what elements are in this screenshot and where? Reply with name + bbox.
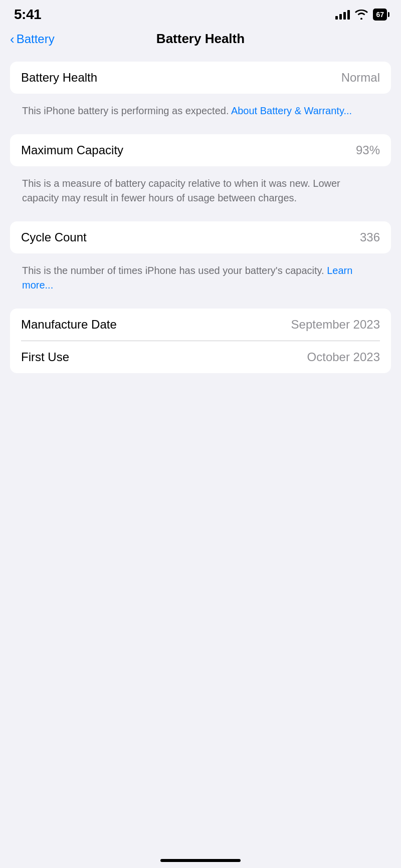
first-use-value: October 2023 xyxy=(307,350,380,364)
maximum-capacity-value: 93% xyxy=(356,143,380,157)
nav-bar: ‹ Battery Battery Health xyxy=(0,27,401,57)
battery-health-value: Normal xyxy=(341,71,380,85)
page-title: Battery Health xyxy=(156,31,245,47)
battery-warranty-link[interactable]: About Battery & Warranty... xyxy=(231,105,352,116)
status-icons: 67 xyxy=(335,9,387,21)
back-label: Battery xyxy=(17,32,55,46)
manufacture-date-row: Manufacture Date September 2023 xyxy=(10,309,391,341)
wifi-icon xyxy=(355,10,368,20)
battery-health-row: Battery Health Normal xyxy=(10,62,391,94)
cycle-count-value: 336 xyxy=(360,230,380,244)
manufacture-date-label: Manufacture Date xyxy=(21,318,117,332)
first-use-row: First Use October 2023 xyxy=(10,341,391,373)
cycle-count-description: This is the number of times iPhone has u… xyxy=(10,258,391,302)
maximum-capacity-section: Maximum Capacity 93% This is a measure o… xyxy=(10,134,391,214)
battery-health-description: This iPhone battery is performing as exp… xyxy=(10,99,391,127)
back-button[interactable]: ‹ Battery xyxy=(10,32,55,46)
status-bar: 5:41 67 xyxy=(0,0,401,27)
maximum-capacity-label: Maximum Capacity xyxy=(21,143,123,157)
dates-section: Manufacture Date September 2023 First Us… xyxy=(10,309,391,373)
cycle-count-section: Cycle Count 336 This is the number of ti… xyxy=(10,221,391,302)
maximum-capacity-description: This is a measure of battery capacity re… xyxy=(10,171,391,214)
battery-indicator: 67 xyxy=(373,9,387,21)
battery-percentage: 67 xyxy=(376,11,384,19)
status-time: 5:41 xyxy=(14,7,41,23)
signal-icon xyxy=(335,10,350,20)
cycle-count-label: Cycle Count xyxy=(21,230,87,244)
manufacture-date-value: September 2023 xyxy=(291,318,380,332)
chevron-left-icon: ‹ xyxy=(10,33,15,46)
maximum-capacity-card: Maximum Capacity 93% xyxy=(10,134,391,166)
battery-health-label: Battery Health xyxy=(21,71,97,85)
cycle-count-row: Cycle Count 336 xyxy=(10,221,391,253)
cycle-count-card: Cycle Count 336 xyxy=(10,221,391,253)
home-indicator xyxy=(160,859,241,862)
main-content: Battery Health Normal This iPhone batter… xyxy=(0,57,401,385)
battery-health-section: Battery Health Normal This iPhone batter… xyxy=(10,62,391,127)
battery-health-card: Battery Health Normal xyxy=(10,62,391,94)
maximum-capacity-row: Maximum Capacity 93% xyxy=(10,134,391,166)
dates-card: Manufacture Date September 2023 First Us… xyxy=(10,309,391,373)
first-use-label: First Use xyxy=(21,350,69,364)
